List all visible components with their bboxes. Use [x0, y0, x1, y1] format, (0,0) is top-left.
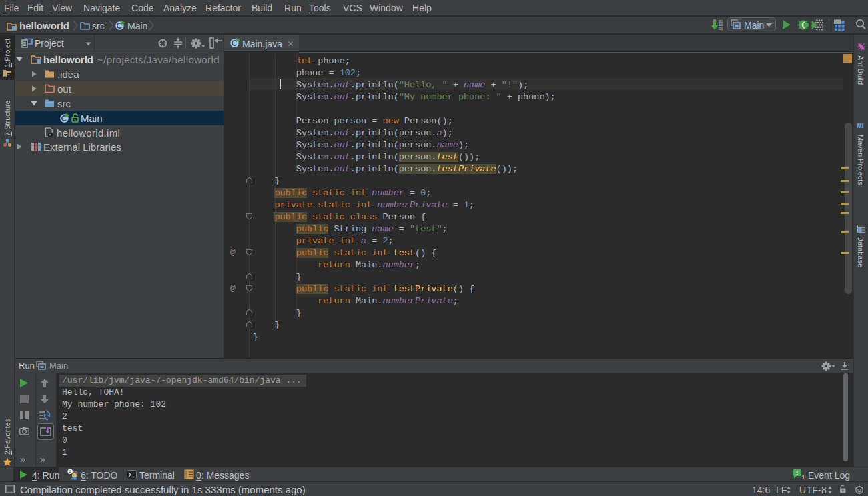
svg-text:1: 1	[801, 474, 805, 481]
svg-text:01: 01	[719, 27, 723, 31]
